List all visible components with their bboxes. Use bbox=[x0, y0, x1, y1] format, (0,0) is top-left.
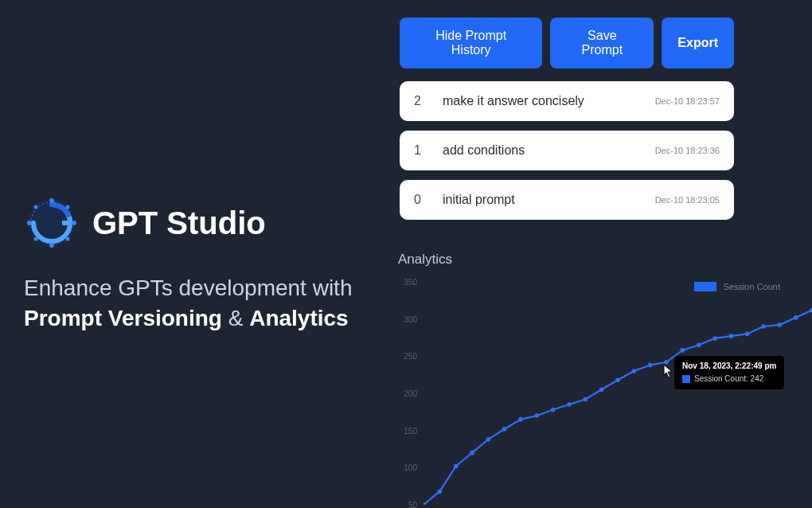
y-tick-label: 100 bbox=[404, 463, 417, 472]
svg-point-21 bbox=[584, 397, 588, 402]
svg-point-6 bbox=[72, 221, 76, 225]
tagline: Enhance GPTs development with Prompt Ver… bbox=[24, 273, 382, 334]
y-tick-label: 150 bbox=[404, 426, 417, 435]
tagline-text: Enhance GPTs development with bbox=[24, 275, 352, 300]
y-axis-labels: 50100150200250300350 bbox=[398, 282, 422, 505]
chart-tooltip: Nov 18, 2023, 2:22:49 pm Session Count: … bbox=[674, 356, 784, 389]
svg-point-29 bbox=[712, 336, 717, 341]
brand-logo-icon bbox=[24, 195, 80, 251]
svg-point-33 bbox=[778, 322, 783, 327]
cursor-icon bbox=[663, 364, 674, 378]
svg-point-27 bbox=[681, 348, 685, 353]
brand-title: GPT Studio bbox=[92, 205, 266, 241]
history-timestamp: Dec-10 18:23:05 bbox=[655, 195, 720, 205]
tagline-amp: & bbox=[222, 306, 249, 330]
y-tick-label: 50 bbox=[408, 501, 417, 509]
tooltip-swatch bbox=[682, 375, 690, 383]
svg-point-3 bbox=[49, 198, 54, 203]
svg-point-15 bbox=[486, 437, 491, 442]
history-text: make it answer concisely bbox=[443, 94, 638, 108]
y-tick-label: 350 bbox=[404, 278, 417, 287]
history-timestamp: Dec-10 18:23:36 bbox=[655, 146, 720, 155]
history-number: 0 bbox=[414, 193, 425, 207]
svg-point-12 bbox=[438, 489, 443, 494]
tooltip-date: Nov 18, 2023, 2:22:49 pm bbox=[682, 361, 776, 372]
svg-point-5 bbox=[27, 221, 32, 225]
svg-point-19 bbox=[551, 408, 556, 412]
save-prompt-button[interactable]: Save Prompt bbox=[550, 18, 654, 68]
svg-point-22 bbox=[599, 388, 604, 393]
analytics-title: Analytics bbox=[398, 252, 812, 268]
svg-point-24 bbox=[632, 369, 637, 373]
svg-point-14 bbox=[470, 451, 474, 455]
history-text: initial prompt bbox=[443, 193, 638, 207]
chart-area: 50100150200250300350 Nov 18, 2023, 2:22:… bbox=[398, 282, 812, 505]
svg-point-28 bbox=[697, 343, 701, 348]
toolbar: Hide Prompt History Save Prompt Export bbox=[400, 18, 734, 68]
svg-point-17 bbox=[518, 417, 523, 422]
svg-point-32 bbox=[761, 324, 766, 329]
y-tick-label: 300 bbox=[404, 315, 417, 323]
history-number: 1 bbox=[414, 143, 425, 158]
prompt-history-list: 2 make it answer concisely Dec-10 18:23:… bbox=[400, 81, 734, 220]
y-tick-label: 250 bbox=[404, 352, 417, 361]
svg-point-30 bbox=[729, 334, 734, 338]
svg-point-13 bbox=[454, 464, 459, 469]
export-button[interactable]: Export bbox=[662, 18, 734, 68]
history-item[interactable]: 2 make it answer concisely Dec-10 18:23:… bbox=[400, 81, 734, 121]
svg-point-10 bbox=[66, 237, 70, 241]
svg-point-23 bbox=[615, 377, 620, 382]
svg-point-20 bbox=[567, 402, 572, 407]
svg-point-31 bbox=[745, 332, 750, 337]
svg-point-9 bbox=[34, 237, 38, 241]
svg-point-4 bbox=[49, 243, 54, 248]
svg-rect-2 bbox=[62, 221, 70, 225]
tooltip-value: Session Count: 242 bbox=[694, 373, 763, 385]
svg-point-8 bbox=[66, 205, 70, 209]
history-number: 2 bbox=[414, 94, 425, 108]
svg-point-7 bbox=[34, 205, 38, 209]
brand-row: GPT Studio bbox=[24, 195, 382, 251]
history-item[interactable]: 0 initial prompt Dec-10 18:23:05 bbox=[400, 180, 734, 220]
tagline-bold-1: Prompt Versioning bbox=[24, 306, 222, 330]
history-text: add conditions bbox=[443, 143, 638, 158]
history-item[interactable]: 1 add conditions Dec-10 18:23:36 bbox=[400, 131, 734, 170]
svg-point-18 bbox=[535, 413, 540, 418]
history-timestamp: Dec-10 18:23:57 bbox=[655, 96, 720, 106]
line-chart[interactable] bbox=[424, 282, 812, 505]
svg-point-25 bbox=[648, 363, 653, 368]
hide-prompt-history-button[interactable]: Hide Prompt History bbox=[400, 18, 542, 68]
y-tick-label: 200 bbox=[404, 389, 417, 398]
tagline-bold-2: Analytics bbox=[249, 306, 349, 330]
svg-point-16 bbox=[502, 427, 507, 432]
svg-point-34 bbox=[794, 315, 798, 320]
